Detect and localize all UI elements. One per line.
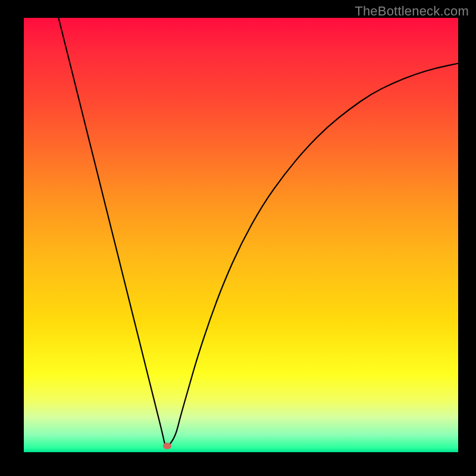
optimal-point-marker xyxy=(163,443,171,449)
plot-area xyxy=(24,18,458,452)
watermark-text: TheBottleneck.com xyxy=(355,4,469,19)
curve-svg xyxy=(24,18,458,452)
bottleneck-curve xyxy=(58,18,458,446)
chart-frame: TheBottleneck.com xyxy=(0,0,476,476)
